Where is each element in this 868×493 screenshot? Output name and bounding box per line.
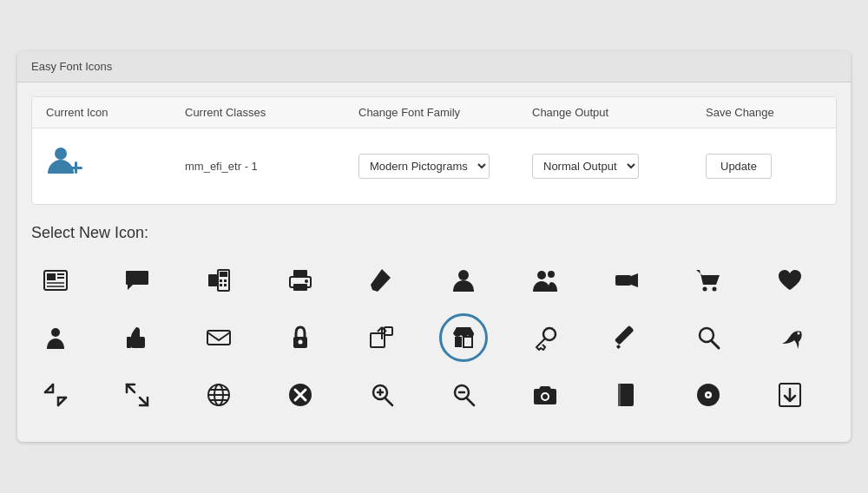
svg-rect-12 xyxy=(220,279,222,282)
svg-rect-28 xyxy=(127,337,131,348)
svg-rect-16 xyxy=(293,270,307,277)
print-icon[interactable] xyxy=(276,256,325,305)
bird-icon[interactable] xyxy=(766,313,814,362)
update-button[interactable]: Update xyxy=(706,154,772,179)
comment-icon[interactable] xyxy=(113,256,161,305)
svg-rect-13 xyxy=(224,279,227,282)
disc-icon[interactable] xyxy=(684,371,733,419)
svg-point-58 xyxy=(542,394,548,399)
svg-rect-29 xyxy=(207,331,230,345)
svg-rect-11 xyxy=(220,272,227,277)
user-icon[interactable] xyxy=(439,256,488,305)
user-portrait-icon[interactable] xyxy=(31,313,80,362)
svg-rect-9 xyxy=(208,274,217,286)
select-new-label: Select New Icon: xyxy=(31,224,837,242)
globe-icon[interactable] xyxy=(194,371,243,419)
svg-point-36 xyxy=(543,328,556,340)
icon-grid-row1 xyxy=(31,256,837,305)
mail-icon[interactable] xyxy=(194,313,243,362)
svg-point-22 xyxy=(548,271,555,278)
header-change-output: Change Output xyxy=(532,106,706,119)
svg-marker-24 xyxy=(631,273,638,287)
svg-point-21 xyxy=(537,271,546,279)
zoom-out-icon[interactable] xyxy=(439,371,488,419)
users-icon[interactable] xyxy=(521,256,569,305)
expand-icon[interactable] xyxy=(113,371,161,419)
header-current-icon: Current Icon xyxy=(46,106,185,119)
book-icon[interactable] xyxy=(602,371,651,419)
svg-rect-14 xyxy=(220,284,222,286)
pencil-icon[interactable] xyxy=(602,313,651,362)
table-row: mm_efi_etr - 1 Modern Pictograms Font Aw… xyxy=(32,128,836,204)
share-icon[interactable] xyxy=(358,313,406,362)
output-cell[interactable]: Normal Output Span Output CSS Output xyxy=(532,154,706,179)
select-new-section: Select New Icon: xyxy=(31,224,837,419)
save-change-cell: Update xyxy=(706,154,822,179)
svg-marker-38 xyxy=(616,345,621,349)
svg-rect-15 xyxy=(224,284,227,286)
key-icon[interactable] xyxy=(521,313,569,362)
svg-rect-37 xyxy=(615,325,635,345)
font-family-cell[interactable]: Modern Pictograms Font Awesome Elusive I… xyxy=(358,154,532,179)
svg-point-31 xyxy=(299,340,303,345)
svg-rect-60 xyxy=(618,384,621,406)
icon-grid-row2 xyxy=(31,313,837,362)
thumbsup-icon[interactable] xyxy=(113,313,161,362)
svg-rect-18 xyxy=(293,284,307,291)
fax-icon[interactable] xyxy=(194,256,243,305)
zoom-in-icon[interactable] xyxy=(358,371,406,419)
download-icon[interactable] xyxy=(766,371,814,419)
video-icon[interactable] xyxy=(602,256,651,305)
svg-rect-2 xyxy=(69,167,82,169)
search-magnify-icon[interactable] xyxy=(684,313,733,362)
svg-point-63 xyxy=(707,394,710,397)
svg-rect-34 xyxy=(455,337,462,347)
main-container: Easy Font Icons Current Icon Current Cla… xyxy=(17,51,851,442)
svg-rect-4 xyxy=(47,273,56,280)
header-change-font-family: Change Font Family xyxy=(358,106,532,119)
svg-line-51 xyxy=(385,398,392,405)
svg-rect-23 xyxy=(615,275,631,286)
content-area: Current Icon Current Classes Change Font… xyxy=(17,82,851,442)
svg-point-20 xyxy=(458,270,469,280)
app-title-bar: Easy Font Icons xyxy=(17,51,851,82)
current-classes-cell: mm_efi_etr - 1 xyxy=(185,160,358,173)
svg-point-26 xyxy=(713,287,717,292)
close-circle-icon[interactable] xyxy=(276,371,325,419)
store-icon[interactable] xyxy=(439,313,488,362)
camera-icon[interactable] xyxy=(521,371,569,419)
pen-icon[interactable] xyxy=(358,256,406,305)
table-header: Current Icon Current Classes Change Font… xyxy=(32,97,836,128)
svg-point-0 xyxy=(55,148,67,160)
header-save-change: Save Change xyxy=(706,106,822,119)
app-title: Easy Font Icons xyxy=(31,60,112,73)
newspaper-icon[interactable] xyxy=(31,256,80,305)
icon-table-wrapper: Current Icon Current Classes Change Font… xyxy=(31,96,837,205)
header-current-classes: Current Classes xyxy=(185,106,358,119)
svg-point-19 xyxy=(305,279,308,283)
cart-icon[interactable] xyxy=(684,256,733,305)
lock-icon[interactable] xyxy=(276,313,325,362)
svg-rect-35 xyxy=(464,337,472,347)
icon-grid-row3 xyxy=(31,371,837,419)
font-family-select[interactable]: Modern Pictograms Font Awesome Elusive I… xyxy=(358,154,490,179)
current-icon-display xyxy=(46,144,82,188)
collapse-icon[interactable] xyxy=(31,371,80,419)
current-icon-cell xyxy=(46,144,185,188)
svg-line-55 xyxy=(467,398,474,405)
svg-point-27 xyxy=(51,328,60,337)
svg-point-41 xyxy=(798,332,800,335)
svg-line-40 xyxy=(712,341,719,348)
output-select[interactable]: Normal Output Span Output CSS Output xyxy=(532,154,639,179)
heart-icon[interactable] xyxy=(766,256,814,305)
svg-point-25 xyxy=(703,287,707,292)
